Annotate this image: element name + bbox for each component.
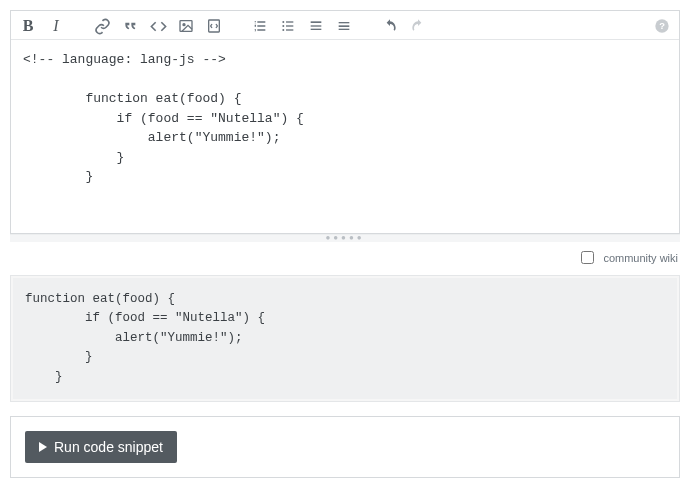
snippet-icon[interactable] xyxy=(205,17,223,35)
toolbar: B I xyxy=(11,11,679,40)
blockquote-icon[interactable] xyxy=(121,17,139,35)
svg-rect-8 xyxy=(286,29,293,30)
italic-button[interactable]: I xyxy=(47,17,65,35)
svg-rect-10 xyxy=(311,25,322,26)
bold-button[interactable]: B xyxy=(19,17,37,35)
run-button-label: Run code snippet xyxy=(54,439,163,455)
editor-container: B I xyxy=(10,10,680,234)
link-icon[interactable] xyxy=(93,17,111,35)
community-wiki-checkbox[interactable] xyxy=(581,251,594,264)
svg-rect-11 xyxy=(311,29,322,30)
svg-rect-12 xyxy=(339,22,350,23)
toolbar-group-text: B I xyxy=(19,17,65,35)
toolbar-group-insert xyxy=(93,17,223,35)
svg-point-5 xyxy=(282,29,284,31)
code-icon[interactable] xyxy=(149,17,167,35)
editor-textarea-wrap xyxy=(11,40,679,233)
editor-textarea[interactable] xyxy=(11,40,679,230)
preview-container: function eat(food) { if (food == "Nutell… xyxy=(10,275,680,402)
svg-text:?: ? xyxy=(659,21,665,31)
ordered-list-icon[interactable] xyxy=(251,17,269,35)
run-snippet-container: Run code snippet xyxy=(10,416,680,478)
community-wiki-label[interactable]: community wiki xyxy=(603,252,678,264)
resize-grabber[interactable]: ●●●●● xyxy=(10,234,680,242)
unordered-list-icon[interactable] xyxy=(279,17,297,35)
preview-code-block: function eat(food) { if (food == "Nutell… xyxy=(13,278,677,399)
svg-rect-6 xyxy=(286,21,293,22)
undo-icon[interactable] xyxy=(381,17,399,35)
svg-rect-14 xyxy=(339,29,350,30)
svg-point-4 xyxy=(282,25,284,27)
community-wiki-row: community wiki xyxy=(10,242,680,271)
svg-point-1 xyxy=(183,24,185,26)
play-icon xyxy=(39,442,47,452)
horizontal-rule-icon[interactable] xyxy=(335,17,353,35)
toolbar-group-history xyxy=(381,17,427,35)
redo-icon[interactable] xyxy=(409,17,427,35)
run-code-snippet-button[interactable]: Run code snippet xyxy=(25,431,177,463)
image-icon[interactable] xyxy=(177,17,195,35)
svg-rect-7 xyxy=(286,25,293,26)
help-icon[interactable]: ? xyxy=(653,17,671,35)
heading-icon[interactable] xyxy=(307,17,325,35)
svg-rect-13 xyxy=(339,25,350,27)
svg-point-3 xyxy=(282,21,284,23)
toolbar-group-lists xyxy=(251,17,353,35)
svg-rect-0 xyxy=(180,21,192,32)
svg-rect-9 xyxy=(311,21,322,23)
